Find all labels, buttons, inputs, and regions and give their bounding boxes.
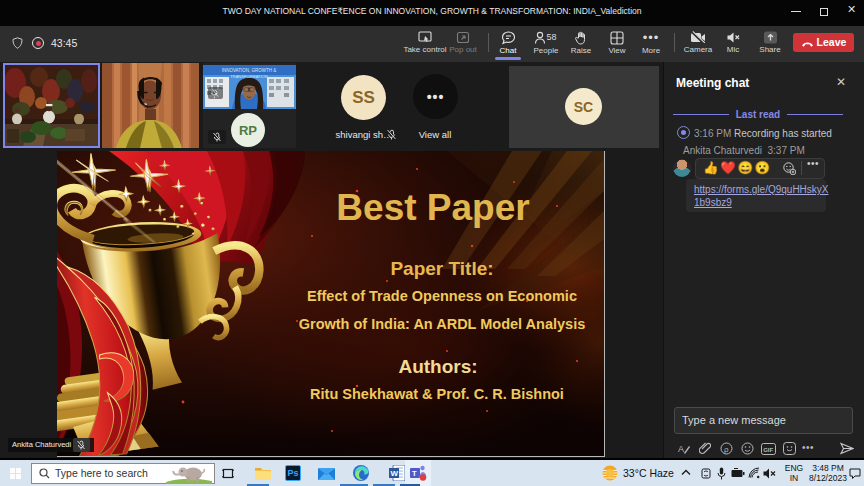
svg-text:58: 58 <box>547 32 557 42</box>
svg-text:A: A <box>678 444 684 454</box>
svg-text:ρ: ρ <box>724 445 729 454</box>
svg-text:INNOVATION, GROWTH &: INNOVATION, GROWTH & <box>222 68 277 73</box>
svg-text:T: T <box>412 469 417 478</box>
svg-text:W: W <box>391 469 399 478</box>
svg-text:GIF: GIF <box>763 447 773 453</box>
